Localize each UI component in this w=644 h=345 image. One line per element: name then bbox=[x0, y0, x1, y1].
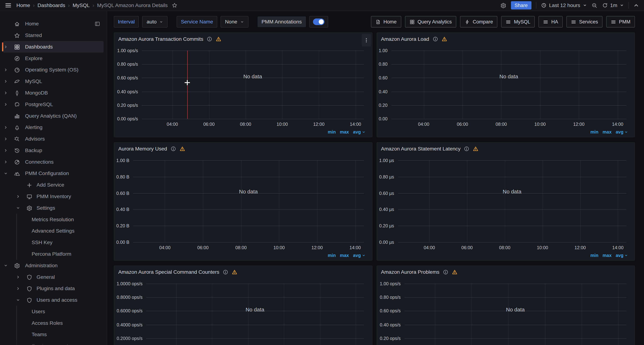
collapse-topbar-caret-icon[interactable] bbox=[633, 3, 639, 8]
sidebar-item-administration[interactable]: Administration bbox=[3, 260, 104, 271]
legend-avg[interactable]: avg bbox=[353, 253, 365, 258]
legend-avg[interactable]: avg bbox=[353, 130, 365, 134]
favorite-star-icon[interactable] bbox=[172, 3, 178, 8]
zoom-out-icon[interactable] bbox=[591, 2, 598, 9]
panel-title[interactable]: Aurora Memory Used bbox=[118, 146, 167, 152]
dashboard-link-pmm[interactable]: PMM bbox=[606, 16, 635, 28]
panel-title[interactable]: Amazon Aurora Problems bbox=[381, 269, 439, 275]
dashboard-link-query-analytics[interactable]: Query Analytics bbox=[405, 16, 456, 28]
panel-warning-icon[interactable] bbox=[180, 146, 185, 152]
chevron-right-icon[interactable] bbox=[4, 160, 8, 164]
breadcrumb-item[interactable]: Home bbox=[16, 3, 30, 8]
sidebar-item-query-analytics-qan[interactable]: Query Analytics (QAN) bbox=[3, 110, 104, 122]
panel-title[interactable]: Amazon Aurora Special Command Counters bbox=[118, 269, 219, 275]
chevron-right-icon[interactable] bbox=[4, 68, 8, 72]
dashboard-link-ha[interactable]: HA bbox=[538, 16, 563, 28]
panel-title[interactable]: Amazon Aurora Transaction Commits bbox=[118, 36, 203, 42]
sidebar-item-users-and-access[interactable]: Users and access bbox=[3, 294, 104, 306]
sidebar-item-plugins-and-data[interactable]: Plugins and data bbox=[3, 283, 104, 294]
legend-max[interactable]: max bbox=[602, 130, 612, 134]
sidebar-item-percona-platform[interactable]: Percona Platform bbox=[3, 248, 104, 260]
panel-info-icon[interactable] bbox=[464, 146, 470, 152]
chevron-right-icon[interactable] bbox=[16, 275, 20, 279]
panel-info-icon[interactable] bbox=[432, 36, 438, 42]
sidebar-item-advanced-settings[interactable]: Advanced Settings bbox=[3, 225, 104, 237]
panel-warning-icon[interactable] bbox=[452, 269, 458, 275]
panel-info-icon[interactable] bbox=[443, 269, 448, 275]
panel-title[interactable]: Amazon Aurora Load bbox=[381, 36, 429, 42]
sidebar-item-home[interactable]: Home bbox=[3, 18, 104, 30]
legend-min[interactable]: min bbox=[590, 253, 598, 258]
sidebar-item-explore[interactable]: Explore bbox=[3, 53, 104, 64]
sidebar-item-access-roles[interactable]: Access Roles bbox=[3, 317, 104, 329]
sidebar-item-service-accounts[interactable]: Service accounts bbox=[3, 340, 104, 345]
sidebar-item-advisors[interactable]: Advisors bbox=[3, 133, 104, 145]
legend-min[interactable]: min bbox=[328, 253, 336, 258]
time-range-picker[interactable]: Last 12 hours bbox=[541, 3, 587, 8]
panel-warning-icon[interactable] bbox=[232, 269, 238, 275]
legend-max[interactable]: max bbox=[340, 253, 349, 258]
sidebar-item-mongodb[interactable]: MongoDB bbox=[3, 87, 104, 99]
sidebar-item-backup[interactable]: Backup bbox=[3, 145, 104, 156]
panel-collapse-icon[interactable] bbox=[94, 21, 100, 27]
interval-variable-select[interactable]: auto bbox=[142, 16, 168, 28]
sidebar-item-pmm-inventory[interactable]: PMM Inventory bbox=[3, 191, 104, 202]
share-button[interactable]: Share bbox=[511, 1, 532, 10]
dashboard-link-compare[interactable]: Compare bbox=[460, 16, 498, 28]
chevron-right-icon[interactable] bbox=[16, 286, 20, 291]
chevron-down-icon[interactable] bbox=[4, 263, 8, 268]
sidebar-item-postgresql[interactable]: PostgreSQL bbox=[3, 99, 104, 110]
sidebar-item-users[interactable]: Users bbox=[3, 306, 104, 317]
pmm-annotations-toggle[interactable] bbox=[309, 16, 328, 28]
legend-min[interactable]: min bbox=[590, 130, 598, 134]
sidebar-item-operating-system-os[interactable]: Operating System (OS) bbox=[3, 64, 104, 76]
annotation-line[interactable] bbox=[187, 51, 188, 119]
chevron-right-icon[interactable] bbox=[4, 148, 8, 152]
sidebar-item-pmm-configuration[interactable]: PMM Configuration bbox=[3, 168, 104, 179]
panel-title[interactable]: Amazon Aurora Statement Latency bbox=[381, 146, 461, 152]
legend-avg[interactable]: avg bbox=[616, 253, 628, 258]
chevron-down-icon[interactable] bbox=[4, 171, 8, 176]
chevron-right-icon[interactable] bbox=[4, 125, 8, 130]
sidebar-item-mysql[interactable]: MySQL bbox=[3, 76, 104, 87]
breadcrumb-item[interactable]: Dashboards bbox=[38, 3, 65, 8]
menu-icon[interactable] bbox=[5, 2, 11, 9]
sidebar-item-general[interactable]: General bbox=[3, 271, 104, 283]
panel-warning-icon[interactable] bbox=[216, 36, 222, 42]
chevron-right-icon[interactable] bbox=[4, 45, 8, 49]
panel-info-icon[interactable] bbox=[223, 269, 228, 275]
gridline-horizontal bbox=[404, 297, 626, 297]
refresh-picker[interactable]: 1m bbox=[602, 3, 624, 8]
panel-info-icon[interactable] bbox=[206, 36, 212, 42]
breadcrumb-item[interactable]: MySQL bbox=[73, 3, 90, 8]
sidebar-item-dashboards[interactable]: Dashboards bbox=[3, 41, 104, 53]
dashboard-link-mysql[interactable]: MySQL bbox=[501, 16, 535, 28]
legend-min[interactable]: min bbox=[328, 130, 336, 134]
service-name-variable-select[interactable]: None bbox=[220, 16, 248, 28]
sidebar-item-connections[interactable]: Connections bbox=[3, 156, 104, 168]
panel-menu-button[interactable] bbox=[362, 34, 371, 46]
chevron-right-icon[interactable] bbox=[4, 79, 8, 84]
chevron-down-icon[interactable] bbox=[16, 206, 20, 210]
legend-avg[interactable]: avg bbox=[616, 130, 628, 134]
sidebar-item-ssh-key[interactable]: SSH Key bbox=[3, 237, 104, 248]
chevron-right-icon[interactable] bbox=[4, 137, 8, 141]
sidebar-item-metrics-resolution[interactable]: Metrics Resolution bbox=[3, 214, 104, 225]
chevron-right-icon[interactable] bbox=[4, 102, 8, 107]
panel-warning-icon[interactable] bbox=[473, 146, 479, 152]
dashboard-settings-gear-icon[interactable] bbox=[500, 2, 506, 9]
legend-max[interactable]: max bbox=[602, 253, 612, 258]
chevron-down-icon[interactable] bbox=[16, 298, 20, 302]
sidebar-item-teams[interactable]: Teams bbox=[3, 329, 104, 340]
chevron-right-icon[interactable] bbox=[16, 194, 20, 199]
sidebar-item-add-service[interactable]: Add Service bbox=[3, 179, 104, 191]
panel-warning-icon[interactable] bbox=[442, 36, 447, 42]
sidebar-item-alerting[interactable]: Alerting bbox=[3, 122, 104, 133]
dashboard-link-home[interactable]: Home bbox=[371, 16, 401, 28]
dashboard-link-services[interactable]: Services bbox=[566, 16, 602, 28]
panel-info-icon[interactable] bbox=[170, 146, 176, 152]
sidebar-item-settings[interactable]: Settings bbox=[3, 202, 104, 214]
legend-max[interactable]: max bbox=[340, 130, 349, 134]
sidebar-item-starred[interactable]: Starred bbox=[3, 30, 104, 41]
chevron-right-icon[interactable] bbox=[4, 91, 8, 95]
